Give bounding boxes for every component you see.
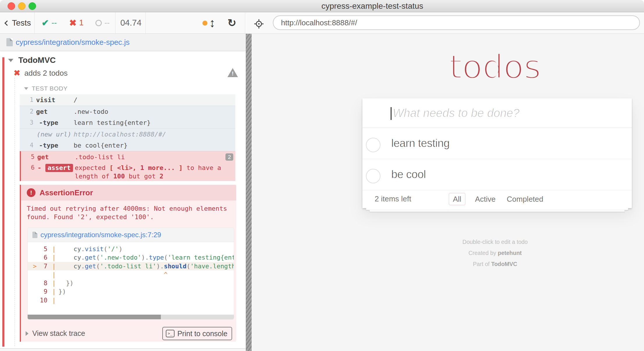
code-line: 9|}) (28, 287, 234, 296)
spec-file-header: cypress/integration/smoke-spec.js (0, 34, 246, 51)
command-row[interactable]: 4-typebe cool{enter} (20, 140, 235, 151)
error-message: Timed out retrying after 4000ms: Not eno… (27, 204, 230, 221)
element-count-badge: 2 (225, 153, 233, 161)
filter-completed[interactable]: Completed (503, 193, 547, 205)
suite-row[interactable]: TodoMVC (8, 56, 56, 65)
code-frame-file-link[interactable]: cypress/integration/smoke-spec.js:7:29 (40, 231, 161, 239)
code-line: >7|cy.get('.todo-list li').should('have.… (28, 262, 234, 270)
view-stack-trace-toggle[interactable]: View stack trace (26, 329, 85, 338)
code-line: 10| (28, 296, 234, 304)
toolbar-separator (34, 12, 35, 33)
panel-resizer[interactable] (246, 34, 252, 351)
minimize-button[interactable] (18, 2, 26, 10)
assertion-error-block: ! AssertionError Timed out retrying afte… (20, 185, 236, 342)
info-line: Part of TodoMVC (462, 258, 528, 270)
command-row[interactable]: 2get.new-todo (20, 106, 235, 117)
failed-stat: ✖ 1 (69, 12, 83, 33)
test-hierarchy-line (15, 78, 15, 346)
command-row[interactable]: (new url)http://localhost:8888/#/ (20, 128, 235, 140)
code-frame: cypress/integration/smoke-spec.js:7:29 5… (27, 228, 234, 320)
error-header: ! AssertionError (21, 185, 236, 201)
todo-toggle[interactable] (366, 169, 380, 183)
scroll-toggle-icon[interactable]: ↕ (209, 12, 215, 33)
spec-file-link[interactable]: cypress/integration/smoke-spec.js (16, 38, 130, 47)
warning-icon: ! (227, 68, 238, 77)
pending-stat: -- (95, 12, 110, 33)
caret-right-icon (26, 331, 29, 336)
error-icon: ! (27, 188, 35, 197)
command-row[interactable]: 1visit/ (20, 94, 235, 106)
card-stack-decoration (369, 210, 625, 212)
failed-suite-indicator (2, 57, 4, 347)
back-to-tests-button[interactable]: Tests (5, 12, 31, 33)
circle-icon (95, 20, 102, 26)
command-log: 1visit/2get.new-todo3-typelearn testing{… (20, 94, 235, 181)
test-row[interactable]: ✖ adds 2 todos (14, 68, 68, 78)
card-stack-decoration (366, 208, 628, 210)
info-line: Double-click to edit a todo (462, 236, 528, 247)
todo-label[interactable]: learn testing (391, 128, 450, 159)
code-line: 8|}) (28, 279, 234, 287)
test-failed-icon: ✖ (14, 68, 20, 78)
test-body-toggle[interactable]: TEST BODY (24, 85, 67, 92)
reload-icon[interactable]: ↻ (227, 12, 236, 33)
code-frame-scrollbar[interactable] (28, 315, 234, 319)
chevron-left-icon (4, 20, 10, 26)
toolbar-separator (145, 12, 146, 33)
collapse-caret-icon (24, 87, 28, 90)
todo-label[interactable]: be cool (391, 159, 426, 190)
filter-all[interactable]: All (449, 193, 465, 205)
todo-item: learn testing (362, 128, 632, 159)
passed-stat: ✔ -- (42, 12, 57, 33)
filter-active[interactable]: Active (471, 193, 500, 205)
window-bottom-edge (0, 348, 246, 351)
titlebar: cypress-example-test-status (0, 0, 644, 12)
command-row[interactable]: 3-typelearn testing{enter} (20, 117, 235, 128)
code-frame-header: cypress/integration/smoke-spec.js:7:29 (28, 228, 234, 242)
app-info-footer: Double-click to edit a todo Created by p… (462, 236, 528, 270)
toolbar-separator (115, 12, 115, 33)
error-name: AssertionError (40, 188, 93, 197)
command-row[interactable]: 5get.todo-list li2 (20, 151, 235, 162)
print-to-console-button[interactable]: >_ Print to console (162, 327, 232, 340)
todos-title: todos (449, 50, 541, 84)
collapse-caret-icon (8, 59, 13, 62)
x-icon: ✖ (69, 18, 77, 28)
code-line: |^ (28, 270, 234, 279)
reporter-panel: cypress/integration/smoke-spec.js TodoMV… (0, 34, 246, 351)
window: cypress-example-test-status Tests ✔ -- ✖… (0, 0, 644, 351)
close-button[interactable] (8, 2, 15, 10)
terminal-icon: >_ (166, 330, 175, 337)
todo-list: learn testingbe cool (362, 128, 632, 190)
toolbar: Tests ✔ -- ✖ 1 -- 04.74 ↕ ↻ (0, 12, 644, 34)
toolbar-separator (245, 12, 245, 33)
code-frame-code: 5|cy.visit('/')6|cy.get('.new-todo').typ… (28, 242, 234, 304)
status-dot-icon (202, 21, 207, 26)
scrollbar-thumb[interactable] (28, 315, 161, 319)
url-input[interactable]: http://localhost:8888/#/ (273, 15, 640, 30)
test-timer: 04.74 (116, 12, 145, 33)
todo-toggle[interactable] (366, 138, 380, 152)
todoapp-card: What needs to be done? learn testingbe c… (362, 98, 632, 208)
window-title: cypress-example-test-status (321, 0, 423, 12)
todo-item: be cool (362, 159, 632, 190)
selector-playground-icon[interactable] (254, 19, 264, 29)
info-line: Created by petehunt (462, 247, 528, 258)
code-line: 5|cy.visit('/') (28, 245, 234, 253)
error-footer: View stack trace >_ Print to console (21, 325, 237, 342)
items-left-count: 2 items left (375, 190, 411, 207)
check-icon: ✔ (42, 18, 49, 28)
file-icon (32, 232, 37, 238)
todo-footer: 2 items left All Active Completed (362, 190, 632, 208)
code-line: 6|cy.get('.new-todo').type('learn testin… (28, 253, 234, 262)
file-icon (6, 38, 13, 46)
command-row-assert[interactable]: 6- assertexpected [ <li>, 1 more... ] to… (20, 162, 235, 181)
new-todo-input[interactable]: What needs to be done? (362, 98, 632, 128)
zoom-button[interactable] (29, 2, 36, 10)
app-preview: todos What needs to be done? learn testi… (252, 34, 644, 351)
text-cursor (391, 107, 392, 120)
